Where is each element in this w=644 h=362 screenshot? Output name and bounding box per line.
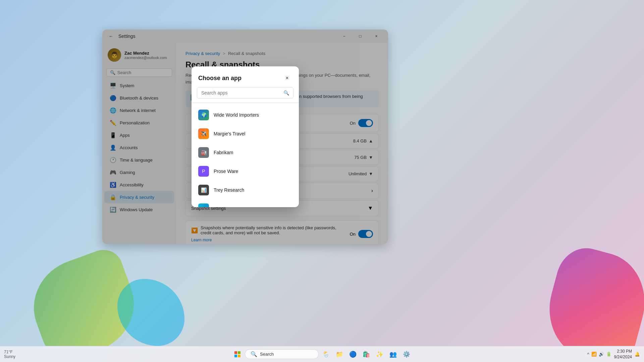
taskbar-icon-explorer[interactable]: 📁 [333, 348, 345, 360]
app-icon-mt: ✈️ [198, 128, 209, 139]
app-icon-tr: 📊 [198, 185, 209, 195]
tray-volume[interactable]: 🔊 [599, 352, 604, 357]
search-icon: 🔍 [251, 351, 257, 357]
app-icon-wwi: 🌍 [198, 110, 209, 120]
app-name-tr: Trey Research [214, 187, 244, 193]
svg-rect-2 [234, 355, 237, 357]
taskbar-center: 🔍 Search 🌦️ 📁 🔵 🛍️ ✨ 👥 ⚙️ [231, 348, 413, 360]
taskbar-icon-settings[interactable]: ⚙️ [400, 348, 413, 360]
svg-rect-0 [234, 351, 237, 354]
background-decoration [0, 232, 644, 346]
taskbar-icon-widget[interactable]: 🌦️ [320, 348, 332, 360]
tray-chevron[interactable]: ^ [587, 352, 589, 357]
weather-desc: Sunny [4, 354, 15, 359]
temperature: 71°F [4, 350, 15, 354]
tray-network[interactable]: 📶 [591, 352, 597, 357]
start-button[interactable] [231, 348, 244, 360]
modal-overlay[interactable]: Choose an app × 🔍 🌍 Wide World Importers… [102, 29, 388, 244]
app-item-pw[interactable]: P Prose Ware [192, 162, 299, 181]
swirl-teal [117, 279, 184, 346]
svg-rect-1 [238, 351, 240, 354]
modal-divider [192, 103, 299, 103]
modal-title: Choose an app [198, 75, 241, 82]
taskbar: 71°F Sunny 🔍 Search 🌦️ 📁 🔵 🛍️ ✨ 👥 ⚙️ [0, 346, 644, 362]
app-name-fab: Fabrikam [214, 150, 233, 155]
modal-close-button[interactable]: × [282, 73, 292, 83]
svg-rect-3 [238, 355, 240, 357]
app-item-con[interactable]: ◎ Contoso [192, 199, 299, 207]
clock[interactable]: 2:30 PM 9/24/2024 [614, 349, 632, 360]
app-icon-pw: P [198, 166, 209, 177]
app-icon-fab: 🏭 [198, 147, 209, 158]
taskbar-left: 71°F Sunny [4, 350, 15, 359]
app-name-wwi: Wide World Importers [214, 112, 259, 118]
choose-app-modal: Choose an app × 🔍 🌍 Wide World Importers… [192, 66, 299, 207]
modal-header: Choose an app × [192, 66, 299, 87]
swirl-green [20, 244, 147, 346]
settings-window: ← Settings − □ × 👨 Zac Mendez zacmendez@… [102, 29, 388, 244]
taskbar-search-label: Search [260, 352, 274, 357]
taskbar-icon-teams[interactable]: 👥 [387, 348, 399, 360]
modal-search-icon: 🔍 [283, 90, 289, 96]
taskbar-icon-edge[interactable]: 🔵 [347, 348, 359, 360]
tray-battery[interactable]: 🔋 [606, 352, 611, 357]
app-icon-con: ◎ [198, 203, 209, 207]
app-name-con: Contoso [214, 206, 231, 207]
notifications-icon[interactable]: 🔔 [635, 352, 640, 357]
taskbar-search[interactable]: 🔍 Search [245, 349, 319, 359]
app-item-tr[interactable]: 📊 Trey Research [192, 181, 299, 199]
app-list: 🌍 Wide World Importers ✈️ Margie's Trave… [192, 104, 299, 207]
time-display: 2:30 PM [614, 349, 632, 354]
app-item-mt[interactable]: ✈️ Margie's Travel [192, 124, 299, 143]
taskbar-icon-store[interactable]: 🛍️ [360, 348, 372, 360]
date-display: 9/24/2024 [614, 354, 632, 360]
swirl-purple [538, 242, 644, 346]
system-tray: ^ 📶 🔊 🔋 [587, 352, 611, 357]
taskbar-icon-copilot[interactable]: ✨ [374, 348, 386, 360]
app-name-mt: Margie's Travel [214, 131, 245, 136]
modal-search-input[interactable] [201, 90, 281, 96]
weather-widget[interactable]: 71°F Sunny [4, 350, 15, 359]
taskbar-right: ^ 📶 🔊 🔋 2:30 PM 9/24/2024 🔔 [587, 349, 640, 360]
modal-search-box[interactable]: 🔍 [197, 87, 293, 99]
app-name-pw: Prose Ware [214, 169, 238, 174]
app-item-wwi[interactable]: 🌍 Wide World Importers [192, 106, 299, 124]
app-item-fab[interactable]: 🏭 Fabrikam [192, 143, 299, 162]
